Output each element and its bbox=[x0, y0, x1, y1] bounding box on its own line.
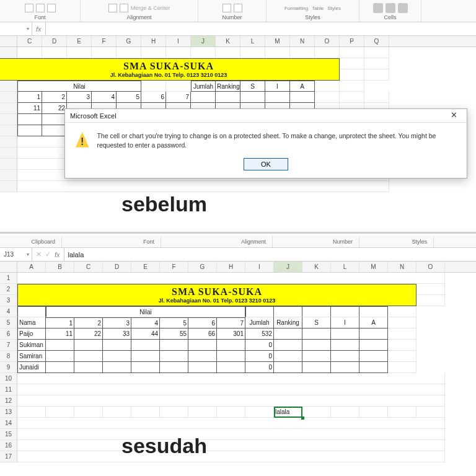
formula-value-bot[interactable]: lalala bbox=[64, 251, 84, 258]
ribbon-group-styles[interactable]: Formatting Table Styles Styles bbox=[267, 0, 359, 22]
colhdr[interactable]: K bbox=[216, 36, 240, 46]
grid-bot[interactable]: SMA SUKA-SUKA Jl. Kebahagiaan No. 01 Tel… bbox=[0, 273, 476, 462]
row-num[interactable]: 1 bbox=[0, 273, 17, 284]
chevron-down-icon[interactable]: ▾ bbox=[27, 252, 29, 257]
jumlah-cell[interactable]: 0 bbox=[245, 340, 274, 351]
select-all-bot[interactable] bbox=[0, 262, 17, 272]
row-num[interactable]: 11 bbox=[0, 384, 17, 395]
nilai-header: Nilai bbox=[17, 81, 141, 92]
fx-icon[interactable]: fx bbox=[55, 251, 60, 258]
nama-cell[interactable]: Samiran bbox=[17, 351, 46, 362]
ribbon-group-cells[interactable]: Cells bbox=[359, 0, 421, 22]
row-num[interactable]: 13 bbox=[0, 407, 17, 418]
colhdr[interactable]: P bbox=[340, 36, 364, 46]
colhdr[interactable]: H bbox=[141, 36, 166, 46]
a-header: A bbox=[290, 81, 315, 92]
data-cell[interactable]: 11 bbox=[17, 103, 42, 114]
name-box-bot[interactable]: J13▾ bbox=[0, 248, 32, 261]
nilai-num: 4 bbox=[131, 317, 160, 328]
colhdr[interactable]: B bbox=[46, 262, 74, 272]
colhdr[interactable]: G bbox=[188, 262, 217, 272]
colhdr[interactable]: E bbox=[131, 262, 160, 272]
data-cell[interactable]: 44 bbox=[131, 328, 160, 340]
data-cell[interactable]: 55 bbox=[160, 328, 188, 340]
colhdr[interactable]: J bbox=[274, 262, 302, 272]
row-num[interactable]: 16 bbox=[0, 440, 17, 451]
nilai-num: 3 bbox=[103, 317, 131, 328]
colhdr[interactable]: K bbox=[302, 262, 331, 272]
fx-icon[interactable]: fx bbox=[36, 25, 42, 33]
ribbon-group-clipboard[interactable]: Clipboard bbox=[0, 236, 62, 247]
data-cell[interactable]: 22 bbox=[42, 103, 67, 114]
colhdr[interactable]: J bbox=[191, 36, 216, 46]
data-cell[interactable]: 22 bbox=[74, 328, 103, 340]
colhdr[interactable]: C bbox=[17, 36, 42, 46]
select-all-top[interactable] bbox=[0, 36, 17, 46]
confirm-check-icon[interactable]: ✓ bbox=[45, 250, 51, 258]
name-box-top[interactable]: ▾ bbox=[0, 22, 32, 35]
row-num[interactable]: 8 bbox=[0, 351, 17, 362]
row-num[interactable]: 4 bbox=[0, 306, 17, 317]
nama-cell[interactable]: Paijo bbox=[17, 328, 46, 340]
row-num[interactable]: 2 bbox=[0, 284, 17, 295]
close-icon[interactable]: ✕ bbox=[446, 110, 462, 121]
fill-handle[interactable] bbox=[301, 416, 304, 420]
colhdr[interactable]: C bbox=[74, 262, 103, 272]
colhdr[interactable]: E bbox=[67, 36, 92, 46]
chevron-down-icon[interactable]: ▾ bbox=[27, 26, 29, 32]
data-cell[interactable]: 66 bbox=[188, 328, 217, 340]
row-num[interactable]: 3 bbox=[0, 295, 17, 306]
data-cell[interactable]: 11 bbox=[46, 328, 74, 340]
colhdr[interactable]: D bbox=[42, 36, 67, 46]
colhdr[interactable]: L bbox=[331, 262, 359, 272]
nilai-col-num: 3 bbox=[67, 92, 92, 103]
colhdr[interactable]: M bbox=[359, 262, 388, 272]
row-num[interactable]: 6 bbox=[0, 328, 17, 340]
row-num[interactable]: 5 bbox=[0, 317, 17, 328]
ribbon-group-number[interactable]: Number bbox=[273, 236, 359, 247]
ribbon-group-font[interactable]: Font bbox=[0, 0, 81, 22]
jumlah-cell[interactable]: 0 bbox=[245, 362, 274, 373]
school-banner-bot: SMA SUKA-SUKA Jl. Kebahagiaan No. 01 Tel… bbox=[17, 284, 416, 306]
ok-button[interactable]: OK bbox=[244, 158, 288, 170]
cancel-x-icon[interactable]: ✕ bbox=[36, 250, 42, 258]
jumlah-cell[interactable]: 0 bbox=[245, 351, 274, 362]
colhdr[interactable]: Q bbox=[364, 36, 389, 46]
colhdr[interactable]: N bbox=[290, 36, 315, 46]
ribbon-group-styles[interactable]: Styles bbox=[359, 236, 434, 247]
ribbon-group-alignment[interactable]: Merge & Center Alignment bbox=[81, 0, 198, 22]
row-num[interactable]: 14 bbox=[0, 418, 17, 429]
colhdr[interactable]: N bbox=[388, 262, 416, 272]
nilai-num: 5 bbox=[160, 317, 188, 328]
colhdr[interactable]: L bbox=[240, 36, 265, 46]
colhdr[interactable]: G bbox=[117, 36, 141, 46]
ribbon-group-number[interactable]: Number bbox=[198, 0, 267, 22]
data-cell[interactable]: 33 bbox=[103, 328, 131, 340]
colhdr[interactable]: M bbox=[265, 36, 290, 46]
row-num[interactable]: 9 bbox=[0, 362, 17, 373]
ribbon-group-font[interactable]: Font bbox=[62, 236, 161, 247]
row-num[interactable]: 10 bbox=[0, 373, 17, 384]
colhdr[interactable]: O bbox=[315, 36, 340, 46]
jumlah-cell[interactable]: 532 bbox=[245, 328, 274, 340]
colhdr[interactable]: H bbox=[217, 262, 245, 272]
colhdr[interactable]: D bbox=[103, 262, 131, 272]
row-num[interactable]: 17 bbox=[0, 451, 17, 462]
nama-cell[interactable]: Junaidi bbox=[17, 362, 46, 373]
colhdr[interactable]: I bbox=[245, 262, 274, 272]
colhdr[interactable]: O bbox=[416, 262, 445, 272]
row-num[interactable]: 12 bbox=[0, 395, 17, 407]
active-cell[interactable]: lalala bbox=[274, 407, 302, 418]
colhdr[interactable]: I bbox=[166, 36, 191, 46]
nilai-col-num: 6 bbox=[141, 92, 166, 103]
colhdr[interactable]: F bbox=[160, 262, 188, 272]
data-cell[interactable]: 301 bbox=[217, 328, 245, 340]
ribbon-group-alignment[interactable]: Alignment bbox=[161, 236, 273, 247]
nama-cell[interactable]: Sukiman bbox=[17, 340, 46, 351]
row-num[interactable]: 15 bbox=[0, 429, 17, 440]
row-num[interactable]: 7 bbox=[0, 340, 17, 351]
dialog-message: The cell or chart you're trying to chang… bbox=[97, 131, 457, 149]
colhdr[interactable]: F bbox=[92, 36, 117, 46]
colhdr[interactable]: A bbox=[17, 262, 46, 272]
s-header: S bbox=[240, 81, 265, 92]
